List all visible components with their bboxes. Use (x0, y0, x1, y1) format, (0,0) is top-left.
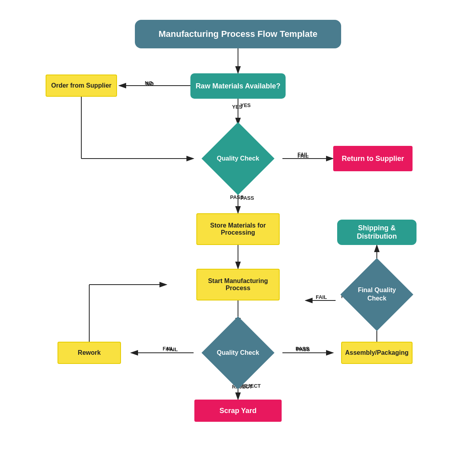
label-fail-qc1: FAIL (298, 153, 309, 159)
shipping-label: Shipping & Distribution (337, 224, 416, 241)
assembly-packaging-label: Assembly/Packaging (345, 349, 409, 356)
assembly-packaging-node: Assembly/Packaging (341, 342, 413, 364)
label-fail-fqc: FAIL (316, 294, 327, 300)
quality-check-1-label: Quality Check (217, 155, 259, 163)
raw-materials-label: Raw Materials Available? (196, 82, 280, 90)
label-no-arrow: NO (145, 80, 153, 86)
shipping-node: Shipping & Distribution (337, 220, 416, 245)
title-node: Manufacturing Process Flow Template (135, 20, 341, 48)
start-manufacturing-node: Start Manufacturing Process (196, 269, 280, 300)
label-pass-qc2: PASS (296, 346, 310, 352)
order-supplier-label: Order from Supplier (51, 82, 111, 89)
label-reject-qc2: REJECT (240, 383, 261, 389)
label-pass-qc1: PASS (240, 195, 254, 201)
order-supplier-node: Order from Supplier (46, 75, 117, 97)
scrap-yard-node: Scrap Yard (194, 400, 282, 422)
return-supplier-node: Return to Supplier (333, 146, 413, 171)
store-materials-node: Store Materials for Processing (196, 213, 280, 245)
rework-label: Rework (78, 349, 101, 356)
title-label: Manufacturing Process Flow Template (159, 29, 318, 39)
final-quality-check-node: Final Quality Check (340, 258, 413, 331)
label-yes-arrow: YES (240, 102, 251, 108)
start-manufacturing-label: Start Manufacturing Process (197, 277, 279, 292)
scrap-yard-label: Scrap Yard (219, 407, 257, 415)
flowchart: NO YES FAIL PASS FAIL REJECT PASS FAIL N… (20, 12, 456, 448)
final-quality-check-label: Final Quality Check (351, 286, 403, 303)
quality-check-1-node: Quality Check (202, 122, 274, 195)
store-materials-label: Store Materials for Processing (197, 222, 279, 236)
label-fail-qc2: FAIL (167, 346, 178, 352)
rework-node: Rework (58, 342, 121, 364)
quality-check-2-node: Quality Check (202, 316, 274, 389)
return-supplier-label: Return to Supplier (342, 155, 404, 163)
raw-materials-node: Raw Materials Available? (190, 73, 286, 99)
quality-check-2-label: Quality Check (217, 349, 259, 357)
